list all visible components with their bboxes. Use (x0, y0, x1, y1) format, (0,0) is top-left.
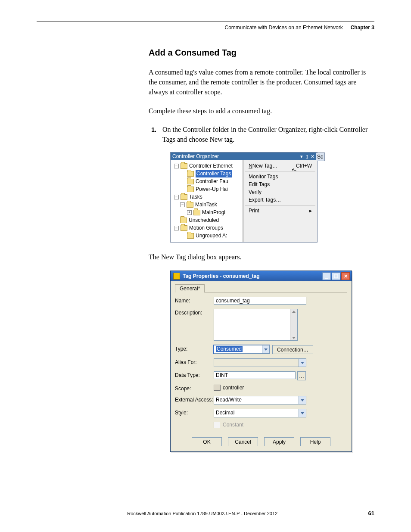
help-button[interactable]: Help (300, 437, 330, 446)
label-style: Style: (175, 409, 214, 416)
tree-powerup[interactable]: Power-Up Hai (196, 185, 228, 193)
footer-page-number: 61 (368, 510, 374, 516)
label-alias: Alias For: (175, 358, 214, 365)
page-footer: Rockwell Automation Publication 1789-UM0… (37, 510, 374, 516)
step-number: 1. (149, 124, 156, 144)
menu-print[interactable]: Print ▸ (243, 207, 317, 215)
style-value: Decimal (216, 410, 234, 416)
apply-button[interactable]: Apply (264, 437, 294, 446)
description-textarea[interactable] (214, 309, 298, 341)
folder-icon (181, 194, 187, 200)
menu-edit-tags[interactable]: Edit Tags (243, 180, 317, 188)
type-select[interactable]: Consumed (214, 345, 270, 354)
header-chapter: Chapter 3 (351, 25, 374, 31)
menu-monitor-label: Monitor Tags (249, 174, 278, 180)
menu-new-tag-label: New Tag… (252, 163, 277, 169)
menu-separator (245, 205, 315, 205)
body-para-2: Complete these steps to add a consumed t… (149, 106, 374, 116)
expand-icon[interactable]: − (174, 164, 179, 168)
scrollbar[interactable] (290, 309, 297, 340)
close-icon[interactable]: ✕ (341, 272, 350, 280)
tree-tasks[interactable]: Tasks (189, 193, 202, 201)
external-access-value: Read/Write (216, 397, 242, 403)
organizer-title-text: Controller Organizer (172, 153, 219, 159)
type-value: Consumed (216, 346, 243, 352)
maximize-icon[interactable]: ☐ (332, 272, 340, 280)
datatype-browse-button[interactable]: … (297, 371, 306, 380)
close-icon[interactable]: ✕ (310, 154, 315, 159)
tree-controller-tags[interactable]: Controller Tags (196, 170, 232, 177)
alias-select[interactable] (214, 358, 306, 367)
chevron-down-icon[interactable] (299, 409, 306, 417)
dialog-title-text: Tag Properties - consumed_tag (183, 273, 259, 279)
menu-separator (245, 171, 315, 171)
body-para-3: The New Tag dialog box appears. (149, 252, 374, 262)
expand-icon[interactable]: + (187, 210, 192, 215)
menu-edit-label: Edit Tags (249, 181, 270, 187)
side-panel-fragment: Sc (316, 152, 325, 161)
style-select[interactable]: Decimal (214, 409, 306, 417)
label-type: Type: (175, 345, 214, 352)
expand-icon[interactable]: − (180, 202, 185, 207)
submenu-arrow-icon: ▸ (309, 208, 312, 214)
folder-icon (187, 202, 193, 208)
tree-mainprog[interactable]: MainProgi (202, 208, 225, 216)
datatype-input[interactable] (214, 371, 296, 379)
app-icon (173, 273, 180, 280)
organizer-tree[interactable]: −Controller Ethernet Controller Tags Con… (171, 160, 243, 242)
header-rule (37, 22, 374, 22)
tree-controller-fault[interactable]: Controller Fau (196, 177, 228, 185)
label-spacer (175, 422, 214, 423)
dialog-tabstrip: General* (175, 284, 347, 292)
label-name: Name: (175, 297, 214, 304)
menu-export-tags[interactable]: Export Tags… (243, 196, 317, 204)
chevron-down-icon[interactable] (299, 396, 306, 404)
menu-monitor-tags[interactable]: Monitor Tags (243, 173, 317, 180)
controller-icon (214, 385, 221, 391)
menu-verify[interactable]: Verify (243, 188, 317, 196)
tab-general[interactable]: General* (175, 284, 205, 292)
tree-unscheduled[interactable]: Unscheduled (189, 216, 219, 224)
menu-verify-label: Verify (249, 189, 262, 195)
tree-controller-ethernet[interactable]: Controller Ethernet (189, 162, 233, 170)
scope-value: controller (223, 385, 244, 391)
label-datatype: Data Type: (175, 371, 214, 378)
menu-new-tag[interactable]: NNew Tag… Ctrl+W (243, 162, 317, 170)
label-scope: Scope: (175, 385, 214, 392)
context-menu: ↖ NNew Tag… Ctrl+W Monitor Tags Edit Tag… (243, 160, 317, 242)
chevron-down-icon[interactable] (299, 359, 306, 367)
folder-icon (187, 187, 194, 192)
ok-button[interactable]: OK (192, 437, 222, 446)
organizer-titlebar: Controller Organizer ▾ ▯ ✕ (171, 152, 317, 160)
body-para-1: A consumed tag's value comes from a remo… (149, 67, 374, 97)
page-header: Communicate with Devices on an Ethernet … (37, 25, 374, 31)
controller-organizer-panel: Sc Controller Organizer ▾ ▯ ✕ −Controlle… (170, 152, 318, 243)
constant-checkbox (214, 422, 220, 428)
menu-new-tag-accel: Ctrl+W (296, 163, 312, 169)
external-access-select[interactable]: Read/Write (214, 396, 306, 404)
minimize-icon[interactable]: _ (322, 272, 331, 280)
dialog-titlebar: Tag Properties - consumed_tag _ ☐ ✕ (171, 271, 352, 281)
tree-maintask[interactable]: MainTask (195, 201, 217, 208)
chevron-down-icon[interactable] (262, 345, 269, 353)
folder-icon (187, 179, 194, 184)
cancel-button[interactable]: Cancel (228, 437, 258, 446)
section-title: Add a Consumed Tag (149, 48, 374, 58)
step-text: On the Controller folder in the Controll… (162, 124, 374, 144)
folder-icon (193, 210, 200, 215)
label-external-access: External Access: (175, 396, 214, 403)
name-input[interactable] (214, 297, 306, 305)
menu-export-label: Export Tags… (249, 197, 281, 203)
tree-motion-groups[interactable]: Motion Groups (189, 224, 223, 232)
tag-properties-dialog: Tag Properties - consumed_tag _ ☐ ✕ Gene… (170, 271, 352, 452)
header-breadcrumb: Communicate with Devices on an Ethernet … (225, 25, 343, 31)
expand-icon[interactable]: − (174, 195, 179, 199)
dropdown-icon[interactable]: ▾ (299, 154, 304, 159)
folder-icon (181, 225, 187, 231)
connection-button[interactable]: Connection… (272, 345, 313, 354)
expand-icon[interactable]: − (174, 226, 179, 230)
pin-icon[interactable]: ▯ (305, 154, 309, 159)
folder-icon (181, 163, 187, 169)
tree-ungrouped[interactable]: Ungrouped A: (196, 232, 227, 240)
menu-print-label: Print (249, 208, 259, 214)
